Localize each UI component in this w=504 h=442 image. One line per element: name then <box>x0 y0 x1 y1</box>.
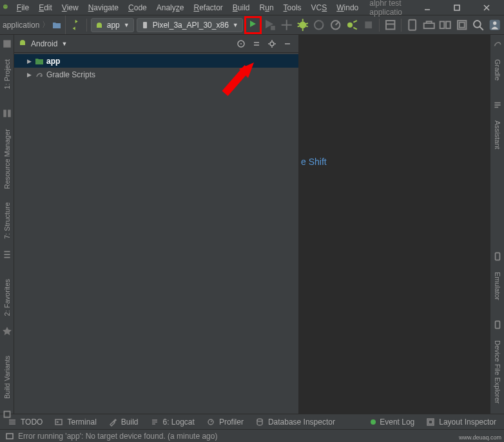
profile-button[interactable] <box>329 18 342 32</box>
database-inspector-button[interactable]: Database Inspector <box>255 418 335 427</box>
run-config-dropdown[interactable]: app ▼ <box>91 18 134 32</box>
build-variants-button[interactable]: Build Variants <box>3 349 11 405</box>
select-opened-file-button[interactable] <box>234 37 248 51</box>
run-button[interactable] <box>246 17 260 33</box>
event-log-button[interactable]: Event Log <box>371 418 414 427</box>
logcat-toolwindow-button[interactable]: 6: Logcat <box>150 418 195 427</box>
device-file-explorer-button[interactable]: Device File Explorer <box>494 334 501 410</box>
menu-run[interactable]: Run <box>255 2 278 14</box>
layout-inspector-button[interactable] <box>455 18 469 32</box>
status-dot-icon <box>371 419 376 425</box>
project-tree[interactable]: ▶ app ▶ Gradle Scripts <box>14 53 298 414</box>
phone-icon <box>141 21 149 29</box>
run-config-label: app <box>107 21 120 30</box>
layout-inspector-button[interactable]: Layout Inspector <box>426 418 496 427</box>
resource-manager-button[interactable]: Resource Manager <box>3 122 11 196</box>
hammer-icon <box>108 418 117 427</box>
svg-rect-8 <box>271 26 275 30</box>
statusbar-toggle-icon[interactable] <box>5 432 14 441</box>
build-variants-icon[interactable] <box>2 409 12 419</box>
structure-toolwindow-button[interactable]: 7: Structure <box>3 196 11 245</box>
menu-refactor[interactable]: Refactor <box>189 2 227 14</box>
sdk-manager-button[interactable] <box>422 18 436 32</box>
project-panel: Android ▼ ▶ <box>14 35 299 414</box>
structure-icon[interactable] <box>2 249 12 260</box>
breadcrumb[interactable]: application 〉 <box>3 15 66 34</box>
menu-code[interactable]: Code <box>124 2 151 14</box>
main-toolbar: application 〉 app ▼ Pixel_3a_API_30_x86 … <box>0 15 504 35</box>
folder-icon <box>52 21 61 30</box>
left-toolwindow-rail: 1: Project Resource Manager 7: Structure… <box>0 35 14 414</box>
tree-item-app[interactable]: ▶ app <box>14 54 298 68</box>
panel-settings-button[interactable] <box>265 37 279 51</box>
debug-button[interactable] <box>296 18 309 32</box>
assistant-icon[interactable] <box>492 100 503 110</box>
chevron-right-icon[interactable]: ▶ <box>26 72 32 78</box>
gradle-toolwindow-button[interactable]: Gradle <box>494 53 501 87</box>
svg-line-29 <box>480 26 483 30</box>
user-avatar[interactable] <box>488 18 501 32</box>
sync-gradle-button[interactable] <box>68 18 82 32</box>
svg-rect-25 <box>446 21 451 28</box>
favorites-toolwindow-button[interactable]: 2: Favorites <box>3 273 11 322</box>
statusbar: Error running 'app': No target device fo… <box>0 429 504 442</box>
collapse-all-button[interactable] <box>249 37 264 51</box>
window-maximize-button[interactable] <box>442 0 472 15</box>
stop-button[interactable] <box>362 18 375 32</box>
menu-view[interactable]: View <box>57 2 83 14</box>
tree-item-label: app <box>46 57 60 66</box>
terminal-toolwindow-button[interactable]: Terminal <box>54 418 96 427</box>
resource-manager-button[interactable] <box>438 18 452 32</box>
chevron-down-icon[interactable]: ▼ <box>61 41 67 47</box>
gradle-icon[interactable] <box>492 39 503 49</box>
device-dropdown[interactable]: Pixel_3a_API_30_x86 ▼ <box>137 18 243 32</box>
profiler-toolwindow-button[interactable]: Profiler <box>206 418 244 427</box>
right-toolwindow-rail: Gradle Assistant Emulator Device File Ex… <box>490 35 504 414</box>
menu-file[interactable]: FFileile <box>12 2 34 14</box>
android-studio-logo-icon <box>3 3 8 13</box>
todo-toolwindow-button[interactable]: TODO <box>8 418 43 427</box>
svg-rect-34 <box>8 110 11 117</box>
svg-rect-33 <box>3 110 6 117</box>
database-icon <box>255 418 264 427</box>
watermark: www.deuaq.com <box>459 434 501 441</box>
search-everywhere-button[interactable] <box>471 18 485 32</box>
module-folder-icon <box>35 57 44 66</box>
android-icon <box>18 38 27 49</box>
avd-manager-button[interactable] <box>405 18 419 32</box>
menu-build[interactable]: Build <box>228 2 255 14</box>
panel-hide-button[interactable] <box>280 37 295 51</box>
project-toolwindow-button[interactable]: 1: Project <box>3 53 11 95</box>
emulator-icon[interactable] <box>492 251 503 262</box>
window-close-button[interactable] <box>472 0 501 15</box>
menu-analyze[interactable]: Analyze <box>152 2 189 14</box>
apply-changes-button[interactable] <box>280 18 293 32</box>
menu-vcs[interactable]: VCS <box>307 2 332 14</box>
device-file-explorer-icon[interactable] <box>492 320 503 330</box>
play-icon <box>248 19 257 30</box>
assistant-toolwindow-button[interactable]: Assistant <box>494 114 501 156</box>
attach-debugger-button[interactable] <box>345 18 358 32</box>
run-tests-button[interactable] <box>263 18 276 32</box>
vcs-update-button[interactable] <box>383 18 397 32</box>
tree-item-gradle-scripts[interactable]: ▶ Gradle Scripts <box>14 68 298 81</box>
titlebar: FFileile Edit View Navigate Code Analyze… <box>0 0 504 15</box>
svg-rect-22 <box>409 19 416 30</box>
menu-tools[interactable]: Tools <box>279 2 306 14</box>
chevron-right-icon[interactable]: ▶ <box>26 58 32 64</box>
svg-rect-52 <box>495 253 499 260</box>
emulator-toolwindow-button[interactable]: Emulator <box>494 265 501 307</box>
terminal-icon <box>54 418 63 427</box>
menu-edit[interactable]: Edit <box>34 2 57 14</box>
menu-navigate[interactable]: Navigate <box>84 2 123 14</box>
resource-manager-icon[interactable] <box>2 108 12 119</box>
menu-window[interactable]: Windo <box>332 2 363 14</box>
project-toolwindow-icon[interactable] <box>2 39 12 49</box>
svg-rect-20 <box>386 21 394 29</box>
build-toolwindow-button[interactable]: Build <box>108 418 139 427</box>
run-with-coverage-button[interactable] <box>312 18 325 32</box>
project-view-mode[interactable]: Android <box>31 39 57 48</box>
star-icon[interactable] <box>2 326 12 336</box>
svg-rect-38 <box>4 412 10 418</box>
window-minimize-button[interactable] <box>412 0 442 15</box>
